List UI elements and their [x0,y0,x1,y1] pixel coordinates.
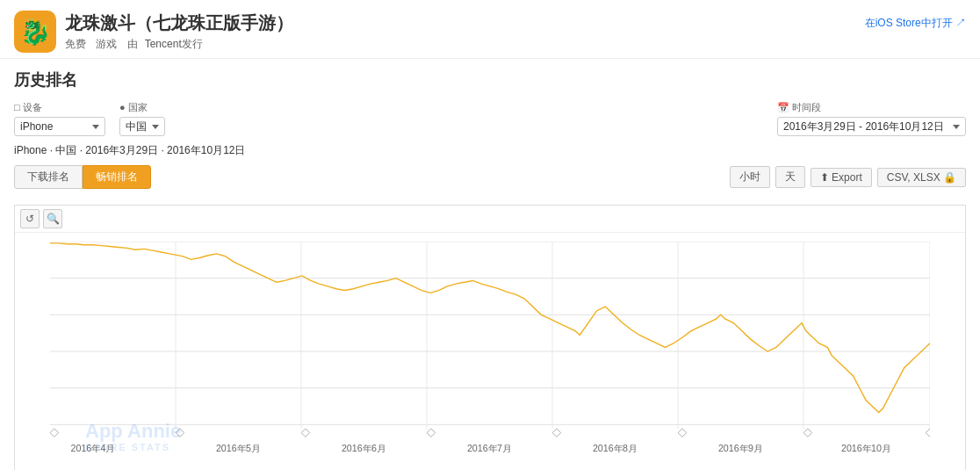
hour-btn[interactable]: 小时 [730,166,770,188]
date-range-select[interactable]: 2016年3月29日 - 2016年10月12日 [777,117,966,136]
app-info-section: 🐉 龙珠激斗（七龙珠正版手游） 免费 游戏 由Tencent发行 [14,11,293,53]
grossing-rank-tab[interactable]: 畅销排名 [83,165,151,189]
export-btn[interactable]: ⬆ Export [811,168,872,187]
svg-marker-20 [176,429,184,437]
app-meta: 免费 游戏 由Tencent发行 [65,37,293,52]
rank-tabs: 下载排名 畅销排名 [14,165,151,189]
ios-store-link[interactable]: 在iOS Store中打开 ↗ [865,16,966,31]
app-header: 🐉 龙珠激斗（七龙珠正版手游） 免费 游戏 由Tencent发行 在iOS St… [0,0,980,59]
chart-area: 1 20 40 60 80 100 2016年4月 2016年5月 2016年6 [15,233,965,470]
chart-svg: 1 20 40 60 80 100 2016年4月 2016年5月 2016年6 [50,242,930,461]
svg-marker-22 [427,429,436,437]
game-badge: 游戏 [96,38,117,50]
svg-text:2016年7月: 2016年7月 [467,444,511,453]
right-controls: 小时 天 ⬆ Export CSV, XLSX 🔒 [730,166,966,188]
svg-text:2016年10月: 2016年10月 [841,444,890,453]
svg-marker-23 [552,429,561,437]
app-icon-emoji: 🐉 [20,18,51,47]
chart-container: ↺ 🔍 1 20 40 60 80 100 [14,205,966,470]
subtitle-bar: iPhone · 中国 · 2016年3月29日 · 2016年10月12日 [14,143,966,158]
controls-row: □ 设备 iPhone iPad iPhone + iPad ● 国家 中国 美… [14,101,966,136]
ranking-section: 历史排名 □ 设备 iPhone iPad iPhone + iPad ● 国家… [0,59,980,205]
svg-marker-26 [926,429,930,437]
date-range-control: 📅 时间段 2016年3月29日 - 2016年10月12日 [777,101,966,136]
svg-marker-24 [678,429,687,437]
svg-text:2016年8月: 2016年8月 [593,444,637,453]
reset-btn[interactable]: ↺ [20,209,40,228]
app-title: 龙珠激斗（七龙珠正版手游） [65,11,293,35]
publisher-info: 由Tencent发行 [127,38,210,50]
svg-text:2016年5月: 2016年5月 [216,444,260,453]
svg-text:2016年4月: 2016年4月 [71,444,115,453]
svg-text:2016年6月: 2016年6月 [342,444,386,453]
svg-marker-19 [50,429,59,437]
app-icon: 🐉 [14,11,56,53]
svg-text:2016年9月: 2016年9月 [718,444,762,453]
csv-btn[interactable]: CSV, XLSX 🔒 [877,168,966,187]
zoom-btn[interactable]: 🔍 [43,209,62,228]
publisher-link[interactable]: Tencent [145,38,182,50]
free-badge: 免费 [65,38,86,50]
controls-left: □ 设备 iPhone iPad iPhone + iPad ● 国家 中国 美… [14,101,165,136]
country-control: ● 国家 中国 美国 日本 [119,101,165,136]
country-label: ● 国家 [119,101,165,114]
device-control: □ 设备 iPhone iPad iPhone + iPad [14,101,105,136]
app-details: 龙珠激斗（七龙珠正版手游） 免费 游戏 由Tencent发行 [65,11,293,52]
section-title: 历史排名 [14,69,966,90]
country-select[interactable]: 中国 美国 日本 [119,117,165,136]
chart-toolbar: ↺ 🔍 [15,206,965,233]
svg-marker-25 [803,429,812,437]
device-select[interactable]: iPhone iPad iPhone + iPad [14,117,105,136]
download-rank-tab[interactable]: 下载排名 [14,165,83,189]
device-label: □ 设备 [14,101,105,114]
tab-row: 下载排名 畅销排名 小时 天 ⬆ Export CSV, XLSX 🔒 [14,165,966,189]
date-label: 📅 时间段 [777,101,966,114]
svg-marker-21 [301,429,310,437]
day-btn[interactable]: 天 [775,166,805,188]
